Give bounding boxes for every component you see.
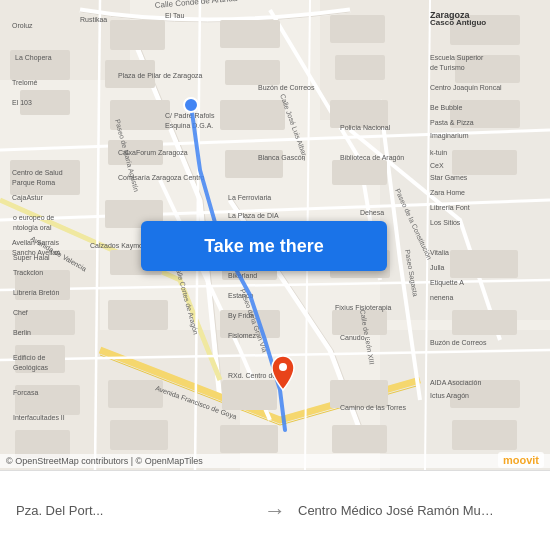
svg-text:Centro de Salud: Centro de Salud — [12, 169, 63, 176]
svg-text:By Frida: By Frida — [228, 312, 254, 320]
from-location: Pza. Del Port... — [16, 503, 252, 518]
svg-text:Interfacultades II: Interfacultades II — [13, 414, 65, 421]
svg-text:Buzón de Correos: Buzón de Correos — [258, 84, 315, 91]
svg-rect-55 — [452, 420, 517, 450]
svg-text:Policía Nacional: Policía Nacional — [340, 124, 391, 131]
svg-text:Calzados Kaymo: Calzados Kaymo — [90, 242, 143, 250]
svg-text:Trelomé: Trelomé — [12, 79, 38, 86]
svg-rect-34 — [220, 100, 285, 130]
svg-rect-23 — [110, 20, 165, 50]
svg-rect-45 — [332, 310, 387, 335]
svg-text:Zaragoza: Zaragoza — [430, 10, 471, 20]
svg-rect-43 — [332, 160, 387, 185]
svg-text:Fislomez: Fislomez — [228, 332, 257, 339]
svg-rect-40 — [330, 15, 385, 43]
svg-rect-53 — [452, 310, 517, 335]
svg-rect-29 — [108, 300, 168, 330]
svg-rect-41 — [335, 55, 385, 80]
svg-text:Los Sitios: Los Sitios — [430, 219, 461, 226]
svg-text:C/ Padre Rafols: C/ Padre Rafols — [165, 112, 215, 119]
svg-text:Buzón de Correos: Buzón de Correos — [430, 339, 487, 346]
svg-text:Rustikaa: Rustikaa — [80, 16, 107, 23]
svg-text:CaixaForum Zaragoza: CaixaForum Zaragoza — [118, 149, 188, 157]
moovit-logo: moovit — [498, 452, 544, 468]
svg-text:ntología oral: ntología oral — [13, 224, 52, 232]
svg-text:Canudo...: Canudo... — [340, 334, 370, 341]
svg-text:Vitalia: Vitalia — [430, 249, 449, 256]
take-me-there-button[interactable]: Take me there — [141, 221, 387, 271]
svg-point-131 — [184, 98, 198, 112]
svg-text:Centro Joaquín Roncal: Centro Joaquín Roncal — [430, 84, 502, 92]
svg-text:Be Bubble: Be Bubble — [430, 104, 462, 111]
svg-rect-30 — [108, 380, 163, 408]
svg-rect-39 — [220, 425, 278, 453]
svg-text:Sancho Avellan: Sancho Avellan — [12, 249, 60, 256]
map-container: Calle Conde de Aranda Paseo de María Agu… — [0, 0, 550, 470]
svg-rect-38 — [222, 380, 277, 410]
svg-text:Chef: Chef — [13, 309, 28, 316]
svg-rect-32 — [220, 20, 280, 48]
svg-text:Star Games: Star Games — [430, 174, 468, 181]
svg-text:Trackclon: Trackclon — [13, 269, 43, 276]
svg-text:Comisaría Zaragoza Centro: Comisaría Zaragoza Centro — [118, 174, 204, 182]
svg-text:Fixius Fisioterapia: Fixius Fisioterapia — [335, 304, 392, 312]
svg-text:El 103: El 103 — [12, 99, 32, 106]
svg-text:Edificio de: Edificio de — [13, 354, 45, 361]
svg-text:La Ferroviaria: La Ferroviaria — [228, 194, 271, 201]
svg-rect-52 — [450, 250, 518, 278]
to-text: Centro Médico José Ramón Muñoz... — [298, 503, 498, 518]
bottom-bar: Pza. Del Port... → Centro Médico José Ra… — [0, 470, 550, 550]
svg-text:Biblioteca de Aragón: Biblioteca de Aragón — [340, 154, 404, 162]
svg-text:Blanca Gascón: Blanca Gascón — [258, 154, 306, 161]
svg-text:Pasta & Pizza: Pasta & Pizza — [430, 119, 474, 126]
copyright-notice: © OpenStreetMap contributors | © OpenMap… — [0, 454, 550, 468]
svg-text:o europeo de: o europeo de — [13, 214, 54, 222]
svg-rect-17 — [10, 160, 80, 195]
svg-text:Librería Bretón: Librería Bretón — [13, 289, 59, 296]
from-text: Pza. Del Port... — [16, 503, 216, 518]
svg-text:Oroluz: Oroluz — [12, 22, 33, 29]
svg-text:Zara Home: Zara Home — [430, 189, 465, 196]
svg-text:Avellan Sarrais: Avellan Sarrais — [12, 239, 59, 246]
svg-rect-33 — [225, 60, 280, 85]
svg-text:Geológicas: Geológicas — [13, 364, 49, 372]
to-location: Centro Médico José Ramón Muñoz... — [298, 503, 534, 518]
svg-text:de Turismo: de Turismo — [430, 64, 465, 71]
svg-text:nenena: nenena — [430, 294, 453, 301]
svg-text:k-tuin: k-tuin — [430, 149, 447, 156]
svg-text:CeX: CeX — [430, 162, 444, 169]
svg-point-132 — [279, 363, 287, 371]
svg-text:La Chopera: La Chopera — [15, 54, 52, 62]
svg-text:La Plaza de DIA: La Plaza de DIA — [228, 212, 279, 219]
svg-rect-31 — [110, 420, 168, 450]
svg-text:CajaAstur: CajaAstur — [12, 194, 43, 202]
arrow-icon: → — [264, 498, 286, 524]
svg-text:Escuela Superior: Escuela Superior — [430, 54, 484, 62]
svg-text:Librería Font: Librería Font — [430, 204, 470, 211]
svg-rect-47 — [332, 425, 387, 453]
svg-text:Dehesa: Dehesa — [360, 209, 384, 216]
svg-text:Esquina D.G.A.: Esquina D.G.A. — [165, 122, 213, 130]
svg-text:Camino de las Torres: Camino de las Torres — [340, 404, 407, 411]
svg-text:Berlin: Berlin — [13, 329, 31, 336]
svg-text:Parque Roma: Parque Roma — [12, 179, 55, 187]
svg-text:Ictus Aragón: Ictus Aragón — [430, 392, 469, 400]
svg-text:Imaginarium: Imaginarium — [430, 132, 469, 140]
svg-text:Julla: Julla — [430, 264, 445, 271]
svg-text:AIDA Asociación: AIDA Asociación — [430, 379, 481, 386]
svg-text:Etiquette A: Etiquette A — [430, 279, 464, 287]
svg-text:Plaza de Pilar de Zaragoza: Plaza de Pilar de Zaragoza — [118, 72, 203, 80]
svg-text:Forcasa: Forcasa — [13, 389, 38, 396]
svg-rect-51 — [452, 150, 517, 175]
svg-text:El Tau: El Tau — [165, 12, 184, 19]
